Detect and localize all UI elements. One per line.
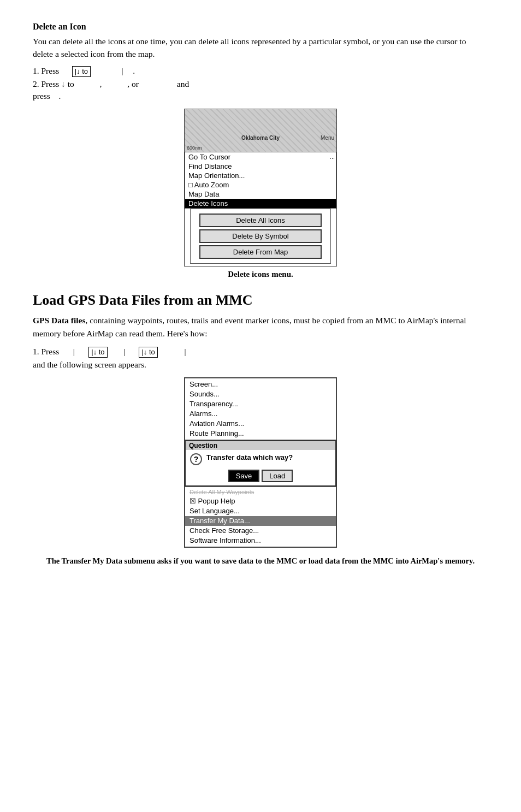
menu-item-autozoom[interactable]: □ Auto Zoom [185,180,336,189]
delete-all-btn[interactable]: Delete All Icons [199,214,322,227]
load-step1-suffix: and the following screen appears. [33,360,488,370]
delete-menu-container: Oklahoma City 600nm Menu Go To Cursor Fi… [33,109,488,266]
load-key1: |↓ to [88,347,107,358]
step1-dot: . [133,66,135,76]
delete-icon-section: Delete an Icon You can delete all the ic… [33,22,488,279]
step2-comma: , [100,79,102,89]
menu-item-deleteicons[interactable]: Delete Icons [185,199,336,208]
step1-key1: |↓ to [72,66,91,77]
delete-menu-box: Oklahoma City 600nm Menu Go To Cursor Fi… [184,109,337,266]
step2-line: 2. Press ↓ to , , or and [33,79,488,89]
step1-line: 1. Press |↓ to | . [33,66,488,77]
load-gps-title: Load GPS Data Files from an MMC [33,292,488,309]
load-menu-screen[interactable]: Screen... [185,380,336,389]
question-panel: Question ? Transfer data which way? Save… [185,440,336,487]
load-menu-container: Screen... Sounds... Transparency... Alar… [33,377,488,548]
load-pipe3: | [185,347,186,357]
load-step1-line: 1. Press | |↓ to | |↓ to | [33,347,488,358]
menu-item-orientation[interactable]: Map Orientation... [185,171,336,180]
delete-icon-title: Delete an Icon [33,22,488,32]
load-menu-language[interactable]: Set Language... [185,506,336,516]
question-text: Transfer data which way? [206,453,293,461]
delete-map-btn[interactable]: Delete From Map [199,245,322,259]
load-menu-transparency[interactable]: Transparency... [185,399,336,409]
menu-item-goto[interactable]: Go To Cursor [185,152,336,162]
gps-data-files-bold: GPS Data files [33,316,85,325]
load-pipe2: | [123,347,125,357]
step1-pipe: | [122,67,123,76]
question-header: Question [186,441,335,450]
question-body: ? Transfer data which way? [190,453,331,465]
map-terrain: Oklahoma City 600nm Menu [185,109,336,152]
delete-symbol-btn[interactable]: Delete By Symbol [199,229,322,243]
load-menu-sounds[interactable]: Sounds... [185,389,336,399]
load-gps-body: GPS Data files, containing waypoints, ro… [33,314,488,340]
load-gps-section: Load GPS Data Files from an MMC GPS Data… [33,292,488,567]
load-step1-suffix-text: and the following screen appears. [33,360,146,370]
delete-caption: Delete icons menu. [33,270,488,279]
load-menu-popup[interactable]: ☒ Popup Help [185,496,336,506]
load-menu-alarms[interactable]: Alarms... [185,409,336,419]
load-menu-delete-all[interactable]: Delete All My Waypoints [185,488,336,496]
step1-prefix: 1. Press [33,66,59,76]
delete-icon-body: You can delete all the icons at one time… [33,35,488,61]
menu-item-distance[interactable]: Find Distance [185,162,336,171]
menu-item-mapdata[interactable]: Map Data [185,189,336,199]
load-step1-prefix: 1. Press [33,347,59,357]
load-menu-route[interactable]: Route Planning... [185,429,336,438]
load-menu-box: Screen... Sounds... Transparency... Alar… [184,377,337,548]
load-menu-software[interactable]: Software Information... [185,536,336,546]
step2-dot: . [59,91,61,101]
step2-and: and [177,79,189,89]
step2-press-line: press . [33,91,488,101]
city-label: Oklahoma City [241,135,280,141]
question-buttons: Save Load [190,470,331,482]
question-icon: ? [190,453,202,465]
load-pipe1: | [73,347,75,357]
load-menu-aviation[interactable]: Aviation Alarms... [185,419,336,429]
load-menu-top: Screen... Sounds... Transparency... Alar… [185,378,336,440]
submenu-panel: Delete All Icons Delete By Symbol Delete… [190,209,331,264]
load-button[interactable]: Load [262,470,293,482]
step2-or: , or [127,79,139,89]
load-key2: |↓ to [139,347,157,358]
load-menu-storage[interactable]: Check Free Storage... [185,526,336,536]
step2-prefix: 2. Press ↓ to [33,79,74,89]
bottom-caption: The Transfer My Data submenu asks if you… [33,555,488,567]
dots: ... [330,153,335,160]
load-menu-transfer[interactable]: Transfer My Data... [185,516,336,526]
map-scale: 600nm [187,145,202,151]
map-menu-label: Menu [321,135,334,141]
step2-press: press [33,91,50,101]
gps-body-rest: , containing waypoints, routes, trails a… [33,316,466,338]
load-menu-bottom: Delete All My Waypoints ☒ Popup Help Set… [185,487,336,547]
save-button[interactable]: Save [228,470,260,482]
